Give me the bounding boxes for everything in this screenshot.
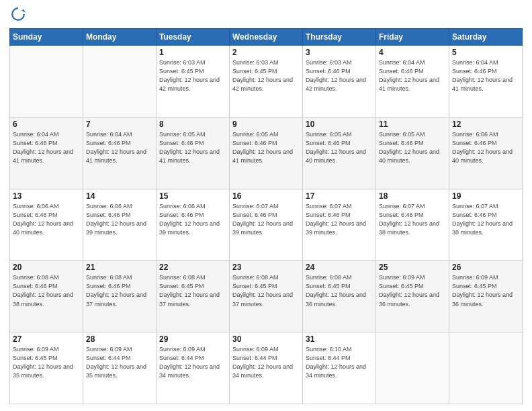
day-number: 9 (232, 120, 300, 129)
calendar-cell (83, 46, 157, 118)
day-number: 21 (86, 263, 153, 272)
day-number: 30 (232, 334, 300, 344)
day-number: 26 (452, 263, 519, 272)
day-number: 17 (306, 191, 373, 201)
calendar-cell: 1Sunrise: 6:03 AM Sunset: 6:45 PM Daylig… (157, 46, 230, 118)
day-number: 19 (452, 191, 519, 201)
day-info: Sunrise: 6:09 AM Sunset: 6:44 PM Dayligh… (86, 345, 153, 380)
calendar-cell: 5Sunrise: 6:04 AM Sunset: 6:46 PM Daylig… (449, 46, 523, 118)
day-info: Sunrise: 6:06 AM Sunset: 6:46 PM Dayligh… (86, 202, 153, 237)
calendar-cell: 23Sunrise: 6:08 AM Sunset: 6:45 PM Dayli… (230, 261, 303, 332)
day-info: Sunrise: 6:09 AM Sunset: 6:45 PM Dayligh… (379, 273, 446, 308)
calendar-cell: 25Sunrise: 6:09 AM Sunset: 6:45 PM Dayli… (376, 261, 449, 332)
day-info: Sunrise: 6:04 AM Sunset: 6:46 PM Dayligh… (452, 58, 519, 93)
day-number: 5 (452, 48, 519, 57)
calendar-cell: 14Sunrise: 6:06 AM Sunset: 6:46 PM Dayli… (83, 189, 157, 261)
day-info: Sunrise: 6:08 AM Sunset: 6:45 PM Dayligh… (159, 273, 226, 308)
calendar-cell: 10Sunrise: 6:05 AM Sunset: 6:46 PM Dayli… (303, 117, 376, 189)
calendar-cell: 16Sunrise: 6:07 AM Sunset: 6:46 PM Dayli… (230, 189, 303, 261)
calendar-week-row: 20Sunrise: 6:08 AM Sunset: 6:46 PM Dayli… (10, 261, 523, 332)
calendar-cell: 21Sunrise: 6:08 AM Sunset: 6:46 PM Dayli… (83, 261, 157, 332)
day-info: Sunrise: 6:05 AM Sunset: 6:46 PM Dayligh… (159, 130, 226, 165)
day-info: Sunrise: 6:05 AM Sunset: 6:46 PM Dayligh… (379, 130, 446, 165)
day-number: 31 (306, 334, 373, 344)
calendar-cell (10, 46, 83, 118)
day-info: Sunrise: 6:04 AM Sunset: 6:46 PM Dayligh… (13, 130, 80, 165)
day-number: 8 (159, 120, 226, 129)
calendar-cell (376, 332, 449, 404)
day-number: 1 (159, 48, 226, 57)
day-number: 3 (306, 48, 373, 57)
calendar-cell: 6Sunrise: 6:04 AM Sunset: 6:46 PM Daylig… (10, 117, 83, 189)
day-number: 13 (13, 191, 80, 201)
calendar-cell: 30Sunrise: 6:09 AM Sunset: 6:44 PM Dayli… (230, 332, 303, 404)
calendar-cell: 22Sunrise: 6:08 AM Sunset: 6:45 PM Dayli… (157, 261, 230, 332)
calendar-cell: 19Sunrise: 6:07 AM Sunset: 6:46 PM Dayli… (449, 189, 523, 261)
day-info: Sunrise: 6:05 AM Sunset: 6:46 PM Dayligh… (232, 130, 300, 165)
day-info: Sunrise: 6:05 AM Sunset: 6:46 PM Dayligh… (306, 130, 373, 165)
day-number: 16 (232, 191, 300, 201)
logo (9, 7, 26, 24)
day-number: 25 (379, 263, 446, 272)
day-info: Sunrise: 6:06 AM Sunset: 6:46 PM Dayligh… (452, 130, 519, 165)
calendar-cell: 20Sunrise: 6:08 AM Sunset: 6:46 PM Dayli… (10, 261, 83, 332)
day-number: 11 (379, 120, 446, 129)
day-number: 10 (306, 120, 373, 129)
day-number: 14 (86, 191, 153, 201)
day-info: Sunrise: 6:07 AM Sunset: 6:46 PM Dayligh… (379, 202, 446, 237)
day-number: 4 (379, 48, 446, 57)
day-info: Sunrise: 6:08 AM Sunset: 6:45 PM Dayligh… (306, 273, 373, 308)
calendar-cell: 4Sunrise: 6:04 AM Sunset: 6:46 PM Daylig… (376, 46, 449, 118)
calendar-week-row: 1Sunrise: 6:03 AM Sunset: 6:45 PM Daylig… (10, 46, 523, 118)
calendar-cell: 7Sunrise: 6:04 AM Sunset: 6:46 PM Daylig… (83, 117, 157, 189)
calendar-cell: 12Sunrise: 6:06 AM Sunset: 6:46 PM Dayli… (449, 117, 523, 189)
day-number: 27 (13, 334, 80, 344)
calendar-cell: 18Sunrise: 6:07 AM Sunset: 6:46 PM Dayli… (376, 189, 449, 261)
day-number: 12 (452, 120, 519, 129)
day-info: Sunrise: 6:09 AM Sunset: 6:44 PM Dayligh… (232, 345, 300, 380)
svg-marker-0 (21, 9, 26, 13)
day-info: Sunrise: 6:08 AM Sunset: 6:46 PM Dayligh… (13, 273, 80, 308)
header-friday: Friday (376, 29, 449, 46)
day-number: 18 (379, 191, 446, 201)
day-number: 20 (13, 263, 80, 272)
calendar-cell: 11Sunrise: 6:05 AM Sunset: 6:46 PM Dayli… (376, 117, 449, 189)
day-number: 28 (86, 334, 153, 344)
calendar-cell: 9Sunrise: 6:05 AM Sunset: 6:46 PM Daylig… (230, 117, 303, 189)
header-tuesday: Tuesday (157, 29, 230, 46)
calendar-cell: 15Sunrise: 6:06 AM Sunset: 6:46 PM Dayli… (157, 189, 230, 261)
day-number: 29 (159, 334, 226, 344)
day-info: Sunrise: 6:09 AM Sunset: 6:44 PM Dayligh… (159, 345, 226, 380)
calendar-cell: 13Sunrise: 6:06 AM Sunset: 6:46 PM Dayli… (10, 189, 83, 261)
logo-icon (11, 7, 26, 21)
day-number: 22 (159, 263, 226, 272)
day-number: 7 (86, 120, 153, 129)
header (9, 7, 523, 24)
day-number: 23 (232, 263, 300, 272)
calendar-cell: 17Sunrise: 6:07 AM Sunset: 6:46 PM Dayli… (303, 189, 376, 261)
day-info: Sunrise: 6:07 AM Sunset: 6:46 PM Dayligh… (452, 202, 519, 237)
day-info: Sunrise: 6:10 AM Sunset: 6:44 PM Dayligh… (306, 345, 373, 380)
day-info: Sunrise: 6:08 AM Sunset: 6:46 PM Dayligh… (86, 273, 153, 308)
calendar-cell: 27Sunrise: 6:09 AM Sunset: 6:45 PM Dayli… (10, 332, 83, 404)
calendar-cell: 29Sunrise: 6:09 AM Sunset: 6:44 PM Dayli… (157, 332, 230, 404)
day-info: Sunrise: 6:03 AM Sunset: 6:45 PM Dayligh… (159, 58, 226, 93)
calendar-cell: 31Sunrise: 6:10 AM Sunset: 6:44 PM Dayli… (303, 332, 376, 404)
calendar-cell: 24Sunrise: 6:08 AM Sunset: 6:45 PM Dayli… (303, 261, 376, 332)
day-number: 2 (232, 48, 300, 57)
calendar-week-row: 6Sunrise: 6:04 AM Sunset: 6:46 PM Daylig… (10, 117, 523, 189)
page: SundayMondayTuesdayWednesdayThursdayFrid… (0, 0, 532, 411)
header-saturday: Saturday (449, 29, 523, 46)
calendar-cell (449, 332, 523, 404)
calendar-cell: 2Sunrise: 6:03 AM Sunset: 6:45 PM Daylig… (230, 46, 303, 118)
calendar-cell: 3Sunrise: 6:03 AM Sunset: 6:46 PM Daylig… (303, 46, 376, 118)
calendar-week-row: 27Sunrise: 6:09 AM Sunset: 6:45 PM Dayli… (10, 332, 523, 404)
day-number: 6 (13, 120, 80, 129)
header-sunday: Sunday (10, 29, 83, 46)
day-number: 15 (159, 191, 226, 201)
day-info: Sunrise: 6:06 AM Sunset: 6:46 PM Dayligh… (13, 202, 80, 237)
day-info: Sunrise: 6:03 AM Sunset: 6:46 PM Dayligh… (306, 58, 373, 93)
header-thursday: Thursday (303, 29, 376, 46)
day-info: Sunrise: 6:03 AM Sunset: 6:45 PM Dayligh… (232, 58, 300, 93)
day-info: Sunrise: 6:07 AM Sunset: 6:46 PM Dayligh… (306, 202, 373, 237)
